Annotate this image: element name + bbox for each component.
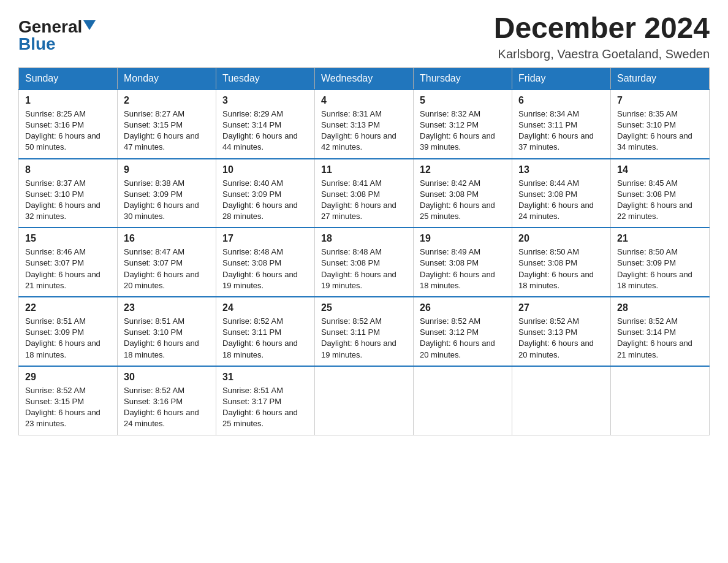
day-number: 18	[321, 233, 407, 244]
calendar-header-row: SundayMondayTuesdayWednesdayThursdayFrid…	[19, 67, 710, 90]
calendar-header-sunday: Sunday	[19, 67, 118, 90]
day-number: 25	[321, 302, 407, 313]
calendar-header-wednesday: Wednesday	[315, 67, 414, 90]
calendar-cell: 21Sunrise: 8:50 AMSunset: 3:09 PMDayligh…	[611, 228, 710, 297]
calendar-cell: 3Sunrise: 8:29 AMSunset: 3:14 PMDaylight…	[216, 90, 315, 159]
day-info: Sunrise: 8:42 AMSunset: 3:08 PMDaylight:…	[420, 178, 506, 223]
calendar-cell: 19Sunrise: 8:49 AMSunset: 3:08 PMDayligh…	[414, 228, 512, 297]
day-info: Sunrise: 8:52 AMSunset: 3:14 PMDaylight:…	[617, 316, 703, 361]
page-title: December 2024	[494, 12, 710, 45]
calendar-cell	[315, 366, 414, 435]
calendar-cell: 17Sunrise: 8:48 AMSunset: 3:08 PMDayligh…	[216, 228, 315, 297]
calendar-week-row: 1Sunrise: 8:25 AMSunset: 3:16 PMDaylight…	[19, 90, 710, 159]
calendar-cell: 15Sunrise: 8:46 AMSunset: 3:07 PMDayligh…	[19, 228, 118, 297]
day-info: Sunrise: 8:37 AMSunset: 3:10 PMDaylight:…	[25, 178, 111, 223]
day-info: Sunrise: 8:38 AMSunset: 3:09 PMDaylight:…	[124, 178, 210, 223]
calendar-week-row: 15Sunrise: 8:46 AMSunset: 3:07 PMDayligh…	[19, 228, 710, 297]
calendar-cell: 4Sunrise: 8:31 AMSunset: 3:13 PMDaylight…	[315, 90, 414, 159]
day-number: 11	[321, 164, 407, 175]
calendar-cell: 9Sunrise: 8:38 AMSunset: 3:09 PMDaylight…	[118, 159, 216, 228]
calendar-cell: 28Sunrise: 8:52 AMSunset: 3:14 PMDayligh…	[611, 297, 710, 366]
logo-triangle-icon	[83, 20, 96, 30]
day-number: 17	[222, 233, 308, 244]
calendar-cell: 23Sunrise: 8:51 AMSunset: 3:10 PMDayligh…	[118, 297, 216, 366]
day-number: 26	[420, 302, 506, 313]
day-info: Sunrise: 8:52 AMSunset: 3:16 PMDaylight:…	[124, 385, 210, 430]
day-info: Sunrise: 8:50 AMSunset: 3:08 PMDaylight:…	[518, 247, 604, 291]
day-info: Sunrise: 8:44 AMSunset: 3:08 PMDaylight:…	[518, 178, 604, 223]
calendar-cell: 8Sunrise: 8:37 AMSunset: 3:10 PMDaylight…	[19, 159, 118, 228]
calendar-cell	[414, 366, 512, 435]
calendar-cell: 6Sunrise: 8:34 AMSunset: 3:11 PMDaylight…	[512, 90, 611, 159]
logo: General Blue	[18, 12, 96, 53]
day-info: Sunrise: 8:50 AMSunset: 3:09 PMDaylight:…	[617, 247, 703, 291]
day-info: Sunrise: 8:49 AMSunset: 3:08 PMDaylight:…	[420, 247, 506, 291]
day-info: Sunrise: 8:27 AMSunset: 3:15 PMDaylight:…	[124, 109, 210, 153]
day-number: 15	[25, 233, 111, 244]
day-number: 16	[124, 233, 210, 244]
day-info: Sunrise: 8:45 AMSunset: 3:08 PMDaylight:…	[617, 178, 703, 223]
day-info: Sunrise: 8:52 AMSunset: 3:12 PMDaylight:…	[420, 316, 506, 361]
day-info: Sunrise: 8:48 AMSunset: 3:08 PMDaylight:…	[222, 247, 308, 291]
calendar-week-row: 22Sunrise: 8:51 AMSunset: 3:09 PMDayligh…	[19, 297, 710, 366]
calendar-cell: 13Sunrise: 8:44 AMSunset: 3:08 PMDayligh…	[512, 159, 611, 228]
day-info: Sunrise: 8:51 AMSunset: 3:10 PMDaylight:…	[124, 316, 210, 361]
calendar-table: SundayMondayTuesdayWednesdayThursdayFrid…	[18, 67, 710, 435]
calendar-cell: 20Sunrise: 8:50 AMSunset: 3:08 PMDayligh…	[512, 228, 611, 297]
calendar-cell: 7Sunrise: 8:35 AMSunset: 3:10 PMDaylight…	[611, 90, 710, 159]
day-number: 21	[617, 233, 703, 244]
day-number: 31	[222, 372, 308, 383]
day-number: 3	[222, 95, 308, 106]
calendar-cell: 11Sunrise: 8:41 AMSunset: 3:08 PMDayligh…	[315, 159, 414, 228]
calendar-header-thursday: Thursday	[414, 67, 512, 90]
day-number: 10	[222, 164, 308, 175]
day-number: 5	[420, 95, 506, 106]
calendar-cell: 18Sunrise: 8:48 AMSunset: 3:08 PMDayligh…	[315, 228, 414, 297]
calendar-cell: 22Sunrise: 8:51 AMSunset: 3:09 PMDayligh…	[19, 297, 118, 366]
day-number: 19	[420, 233, 506, 244]
day-number: 13	[518, 164, 604, 175]
day-info: Sunrise: 8:32 AMSunset: 3:12 PMDaylight:…	[420, 109, 506, 153]
day-info: Sunrise: 8:29 AMSunset: 3:14 PMDaylight:…	[222, 109, 308, 153]
calendar-cell: 12Sunrise: 8:42 AMSunset: 3:08 PMDayligh…	[414, 159, 512, 228]
day-number: 4	[321, 95, 407, 106]
day-number: 8	[25, 164, 111, 175]
logo-general: General	[18, 18, 82, 36]
calendar-cell	[512, 366, 611, 435]
day-info: Sunrise: 8:35 AMSunset: 3:10 PMDaylight:…	[617, 109, 703, 153]
calendar-cell: 16Sunrise: 8:47 AMSunset: 3:07 PMDayligh…	[118, 228, 216, 297]
day-number: 30	[124, 372, 210, 383]
calendar-cell: 24Sunrise: 8:52 AMSunset: 3:11 PMDayligh…	[216, 297, 315, 366]
day-number: 1	[25, 95, 111, 106]
calendar-header-friday: Friday	[512, 67, 611, 90]
calendar-cell	[611, 366, 710, 435]
calendar-header-tuesday: Tuesday	[216, 67, 315, 90]
calendar-header-saturday: Saturday	[611, 67, 710, 90]
calendar-cell: 29Sunrise: 8:52 AMSunset: 3:15 PMDayligh…	[19, 366, 118, 435]
day-info: Sunrise: 8:46 AMSunset: 3:07 PMDaylight:…	[25, 247, 111, 291]
title-section: December 2024 Karlsborg, Vaestra Goetala…	[494, 12, 710, 61]
day-info: Sunrise: 8:52 AMSunset: 3:11 PMDaylight:…	[321, 316, 407, 361]
day-number: 22	[25, 302, 111, 313]
logo-blue: Blue	[18, 36, 56, 53]
day-info: Sunrise: 8:51 AMSunset: 3:09 PMDaylight:…	[25, 316, 111, 361]
calendar-cell: 27Sunrise: 8:52 AMSunset: 3:13 PMDayligh…	[512, 297, 611, 366]
calendar-cell: 10Sunrise: 8:40 AMSunset: 3:09 PMDayligh…	[216, 159, 315, 228]
location-subtitle: Karlsborg, Vaestra Goetaland, Sweden	[494, 47, 710, 61]
day-number: 24	[222, 302, 308, 313]
calendar-cell: 5Sunrise: 8:32 AMSunset: 3:12 PMDaylight…	[414, 90, 512, 159]
calendar-cell: 25Sunrise: 8:52 AMSunset: 3:11 PMDayligh…	[315, 297, 414, 366]
day-info: Sunrise: 8:47 AMSunset: 3:07 PMDaylight:…	[124, 247, 210, 291]
calendar-week-row: 29Sunrise: 8:52 AMSunset: 3:15 PMDayligh…	[19, 366, 710, 435]
day-info: Sunrise: 8:31 AMSunset: 3:13 PMDaylight:…	[321, 109, 407, 153]
day-number: 2	[124, 95, 210, 106]
day-number: 27	[518, 302, 604, 313]
calendar-cell: 30Sunrise: 8:52 AMSunset: 3:16 PMDayligh…	[118, 366, 216, 435]
day-number: 28	[617, 302, 703, 313]
day-info: Sunrise: 8:52 AMSunset: 3:11 PMDaylight:…	[222, 316, 308, 361]
day-number: 23	[124, 302, 210, 313]
day-info: Sunrise: 8:52 AMSunset: 3:13 PMDaylight:…	[518, 316, 604, 361]
day-number: 6	[518, 95, 604, 106]
calendar-cell: 26Sunrise: 8:52 AMSunset: 3:12 PMDayligh…	[414, 297, 512, 366]
day-number: 14	[617, 164, 703, 175]
